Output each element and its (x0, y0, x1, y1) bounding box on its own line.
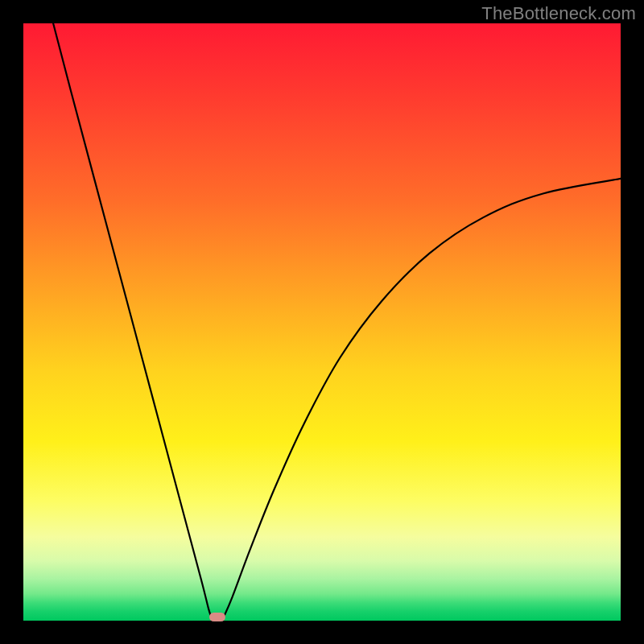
curve-left-branch (53, 23, 212, 617)
watermark-text: TheBottleneck.com (481, 3, 636, 24)
plot-frame (23, 23, 621, 621)
bottleneck-curve (23, 23, 621, 621)
optimal-point-marker (209, 613, 225, 621)
curve-right-branch (224, 179, 621, 617)
